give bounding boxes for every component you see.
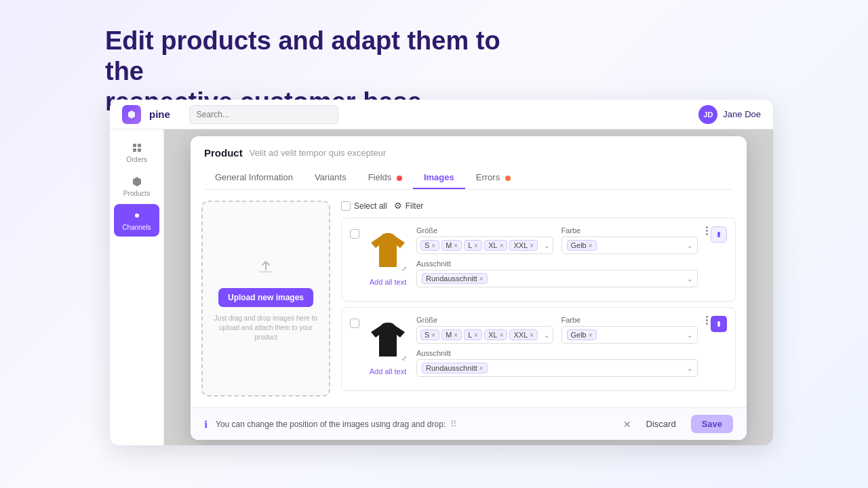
- upload-button[interactable]: Upload new images: [218, 288, 313, 307]
- tab-fields[interactable]: Fields: [357, 167, 413, 189]
- avatar: JD: [698, 105, 717, 124]
- svg-rect-2: [133, 148, 136, 152]
- sidebar-item-products[interactable]: Products: [114, 170, 159, 203]
- upload-icon: [255, 255, 277, 281]
- tab-errors[interactable]: Errors: [465, 167, 521, 189]
- svg-rect-5: [259, 271, 273, 272]
- upload-area: Upload new images Just drag and drop ima…: [201, 201, 330, 396]
- product-checkbox-2[interactable]: [350, 319, 359, 328]
- grosse-input-2[interactable]: S × M × L × XL × XXL × ⌄: [416, 326, 553, 344]
- field-row-1a: Größe S × M × L × XL × XXL × ⌄: [416, 226, 698, 254]
- size-tag-l-1: L ×: [464, 240, 482, 251]
- drag-handle-icon: ⠿: [450, 419, 457, 429]
- farbe-tag-1: Gelb ×: [567, 240, 597, 251]
- modal-body: Upload new images Just drag and drop ima…: [191, 190, 747, 407]
- product-fields-1: Größe S × M × L × XL × XXL × ⌄: [416, 226, 698, 293]
- grosse-group-1: Größe S × M × L × XL × XXL × ⌄: [416, 226, 553, 254]
- errors-badge: [505, 176, 511, 181]
- farbe-input-2[interactable]: Gelb × ⌄: [561, 326, 698, 344]
- modal: Product Velit ad velit tempor quis excep…: [191, 136, 747, 440]
- modal-title: Product: [204, 147, 243, 159]
- ausschnitt-tag-2: Rundausschnitt ×: [422, 363, 488, 373]
- app-topbar: pine JD Jane Doe: [110, 100, 773, 129]
- product-fields-2: Größe S × M × L × XL × XXL × ⌄: [416, 316, 698, 382]
- more-options-2[interactable]: [706, 316, 708, 325]
- list-toolbar: Select all ⚙ Filter: [341, 201, 736, 211]
- size-tag-s-2: S ×: [420, 329, 439, 340]
- tab-images[interactable]: Images: [413, 167, 465, 189]
- sidebar: Orders Products Channels: [110, 129, 164, 445]
- channels-icon: [131, 209, 143, 222]
- grosse-dropdown-1[interactable]: ⌄: [544, 242, 549, 249]
- ausschnitt-dropdown-2[interactable]: ⌄: [687, 365, 692, 372]
- filter-icon: ⚙: [394, 201, 402, 211]
- farbe-dropdown-2[interactable]: ⌄: [687, 331, 692, 339]
- ausschnitt-dropdown-1[interactable]: ⌄: [687, 275, 692, 283]
- close-info-button[interactable]: ✕: [623, 419, 631, 430]
- farbe-label-1: Farbe: [561, 226, 698, 235]
- app-name: pine: [149, 108, 170, 120]
- tab-general[interactable]: General Information: [204, 167, 304, 189]
- orders-icon: [131, 142, 143, 154]
- app-body: Orders Products Channels: [110, 129, 773, 445]
- grosse-label-1: Größe: [416, 226, 553, 235]
- farbe-tag-2: Gelb ×: [567, 329, 597, 340]
- farbe-dropdown-1[interactable]: ⌄: [687, 242, 692, 249]
- svg-point-4: [135, 214, 139, 218]
- product-actions-1: [706, 226, 727, 243]
- sidebar-label-products: Products: [123, 190, 150, 197]
- size-tag-m-2: M ×: [441, 329, 462, 340]
- modal-title-row: Product Velit ad velit tempor quis excep…: [204, 147, 733, 159]
- sidebar-item-orders[interactable]: Orders: [114, 136, 159, 169]
- farbe-input-1[interactable]: Gelb × ⌄: [561, 237, 698, 254]
- save-button[interactable]: Save: [691, 415, 733, 433]
- ausschnitt-tag-1: Rundausschnitt ×: [422, 273, 488, 284]
- modal-footer: ℹ You can change the position of the ima…: [191, 407, 747, 440]
- tab-variants[interactable]: Variants: [304, 167, 357, 189]
- filter-button[interactable]: ⚙ Filter: [394, 201, 424, 211]
- app-logo: [122, 105, 141, 124]
- grosse-input-1[interactable]: S × M × L × XL × XXL × ⌄: [416, 237, 553, 254]
- select-all-label[interactable]: Select all: [341, 201, 387, 211]
- size-tag-xl-2: XL ×: [484, 329, 507, 340]
- grosse-dropdown-2[interactable]: ⌄: [544, 331, 549, 339]
- product-image-1: ⤢: [368, 226, 408, 274]
- ausschnitt-input-1[interactable]: Rundausschnitt × ⌄: [416, 270, 698, 287]
- svg-rect-1: [138, 144, 141, 147]
- main-content: Product Velit ad velit tempor quis excep…: [164, 129, 773, 445]
- add-alt-text-1[interactable]: Add all text: [370, 278, 406, 286]
- farbe-group-2: Farbe Gelb × ⌄: [561, 316, 698, 344]
- size-tag-xl-1: XL ×: [484, 240, 507, 251]
- size-tag-s-1: S ×: [420, 240, 439, 251]
- info-text: You can change the position of the image…: [216, 419, 615, 429]
- grosse-group-2: Größe S × M × L × XL × XXL × ⌄: [416, 316, 553, 344]
- select-all-checkbox[interactable]: [341, 201, 351, 211]
- ausschnitt-group-2: Ausschnitt Rundausschnitt × ⌄: [416, 349, 698, 377]
- products-icon: [131, 176, 143, 188]
- upload-hint: Just drag and drop images here to upload…: [214, 314, 318, 342]
- product-actions-2: [706, 316, 727, 332]
- size-tag-l-2: L ×: [464, 329, 482, 340]
- more-options-1[interactable]: [706, 226, 708, 235]
- size-tag-xxl-1: XXL ×: [509, 240, 538, 251]
- size-tag-xxl-2: XXL ×: [509, 329, 538, 340]
- expand-icon-1: ⤢: [401, 265, 407, 272]
- ausschnitt-input-2[interactable]: Rundausschnitt × ⌄: [416, 359, 698, 377]
- products-list: Select all ⚙ Filter: [341, 201, 736, 396]
- modal-overlay: Product Velit ad velit tempor quis excep…: [164, 129, 773, 445]
- delete-btn-2[interactable]: [711, 316, 727, 332]
- info-icon: ℹ: [204, 419, 208, 430]
- expand-icon-2: ⤢: [401, 354, 407, 362]
- sidebar-item-channels[interactable]: Channels: [114, 204, 159, 237]
- app-window: pine JD Jane Doe Orders Products: [110, 100, 773, 445]
- add-alt-text-2[interactable]: Add all text: [370, 367, 406, 375]
- search-input[interactable]: [189, 105, 338, 124]
- svg-rect-0: [133, 144, 136, 147]
- field-row-2a: Größe S × M × L × XL × XXL × ⌄: [416, 316, 698, 344]
- discard-button[interactable]: Discard: [639, 415, 683, 432]
- delete-btn-1[interactable]: [711, 226, 727, 243]
- field-row-2b: Ausschnitt Rundausschnitt × ⌄: [416, 349, 698, 377]
- product-checkbox-1[interactable]: [350, 229, 359, 239]
- svg-rect-3: [138, 148, 141, 152]
- modal-subtitle: Velit ad velit tempor quis excepteur: [250, 148, 387, 158]
